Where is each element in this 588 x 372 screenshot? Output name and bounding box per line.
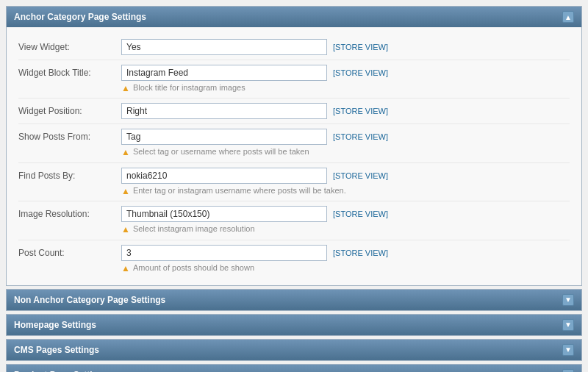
- anchor-category-content: View Widget: [STORE VIEW] Widget Block T…: [7, 27, 581, 285]
- view-widget-store-view[interactable]: [STORE VIEW]: [333, 43, 388, 51]
- find-posts-by-field-row: [STORE VIEW]: [121, 168, 570, 184]
- widget-position-row: Widget Position: [STORE VIEW]: [18, 99, 570, 124]
- post-count-store-view[interactable]: [STORE VIEW]: [333, 248, 388, 257]
- show-posts-from-row: Show Posts From: [STORE VIEW] ▲ Select t…: [18, 124, 570, 162]
- widget-block-title-label: Widget Block Title:: [18, 65, 121, 78]
- post-count-label: Post Count:: [18, 245, 121, 258]
- anchor-category-title: Anchor Category Page Settings: [14, 12, 146, 22]
- view-widget-label: View Widget:: [18, 39, 121, 52]
- collapsed-title-2: CMS Pages Settings: [14, 345, 99, 355]
- show-posts-from-input[interactable]: [121, 129, 327, 145]
- hint-icon-5: ▲: [121, 263, 130, 273]
- collapsed-title-1: Homepage Settings: [14, 320, 96, 330]
- find-posts-by-field-wrap: [STORE VIEW] ▲ Enter tag or instagram us…: [121, 168, 570, 196]
- collapsed-toggle-2[interactable]: ▼: [562, 344, 574, 356]
- hint-icon-3: ▲: [121, 186, 130, 196]
- widget-block-title-row: Widget Block Title: [STORE VIEW] ▲ Block…: [18, 60, 570, 99]
- show-posts-from-hint: ▲ Select tag or username where posts wil…: [121, 147, 570, 157]
- find-posts-by-hint: ▲ Enter tag or instagram username where …: [121, 186, 570, 196]
- collapsed-toggle-0[interactable]: ▼: [562, 294, 574, 306]
- widget-block-title-hint: ▲ Block title for instagram images: [121, 83, 570, 93]
- show-posts-from-label: Show Posts From:: [18, 129, 121, 142]
- widget-position-input[interactable]: [121, 103, 327, 119]
- image-resolution-label: Image Resolution:: [18, 206, 121, 219]
- collapsed-section-0: Non Anchor Category Page Settings▼: [6, 289, 582, 311]
- image-resolution-field-wrap: [STORE VIEW] ▲ Select instagram image re…: [121, 206, 570, 235]
- widget-position-field-wrap: [STORE VIEW]: [121, 103, 570, 119]
- collapsed-header-0[interactable]: Non Anchor Category Page Settings▼: [7, 290, 581, 310]
- post-count-hint: ▲ Amount of posts should be shown: [121, 263, 570, 273]
- collapsed-toggle-1[interactable]: ▼: [562, 319, 574, 331]
- post-count-row: Post Count: [STORE VIEW] ▲ Amount of pos…: [18, 240, 570, 278]
- widget-block-title-field-wrap: [STORE VIEW] ▲ Block title for instagram…: [121, 65, 570, 93]
- collapsed-title-0: Non Anchor Category Page Settings: [14, 295, 165, 305]
- widget-position-field-row: [STORE VIEW]: [121, 103, 570, 119]
- anchor-category-toggle[interactable]: ▲: [562, 11, 574, 23]
- find-posts-by-input[interactable]: [121, 168, 327, 184]
- collapsed-header-2[interactable]: CMS Pages Settings▼: [7, 340, 581, 360]
- hint-icon-4: ▲: [121, 224, 130, 235]
- widget-position-label: Widget Position:: [18, 103, 121, 116]
- find-posts-by-label: Find Posts By:: [18, 168, 121, 181]
- widget-block-title-field-row: [STORE VIEW]: [121, 65, 570, 81]
- image-resolution-input[interactable]: [121, 206, 327, 222]
- anchor-category-section: Anchor Category Page Settings ▲ View Wid…: [6, 6, 582, 286]
- find-posts-by-row: Find Posts By: [STORE VIEW] ▲ Enter tag …: [18, 163, 570, 201]
- widget-position-store-view[interactable]: [STORE VIEW]: [333, 107, 388, 115]
- page-wrapper: Anchor Category Page Settings ▲ View Wid…: [0, 0, 588, 372]
- view-widget-input[interactable]: [121, 39, 327, 55]
- collapsed-sections: Non Anchor Category Page Settings▼Homepa…: [6, 289, 582, 372]
- image-resolution-store-view[interactable]: [STORE VIEW]: [333, 210, 388, 218]
- collapsed-section-2: CMS Pages Settings▼: [6, 339, 582, 361]
- post-count-input[interactable]: [121, 245, 327, 261]
- view-widget-field-row: [STORE VIEW]: [121, 39, 570, 55]
- image-resolution-row: Image Resolution: [STORE VIEW] ▲ Select …: [18, 201, 570, 240]
- widget-block-title-store-view[interactable]: [STORE VIEW]: [333, 68, 388, 77]
- show-posts-from-field-row: [STORE VIEW]: [121, 129, 570, 145]
- widget-block-title-input[interactable]: [121, 65, 327, 81]
- collapsed-header-3[interactable]: Product Page Settings▼: [7, 365, 581, 372]
- image-resolution-field-row: [STORE VIEW]: [121, 206, 570, 222]
- anchor-category-header[interactable]: Anchor Category Page Settings ▲: [7, 7, 581, 27]
- collapsed-section-3: Product Page Settings▼: [6, 364, 582, 372]
- hint-icon-2: ▲: [121, 147, 130, 157]
- collapsed-section-1: Homepage Settings▼: [6, 314, 582, 336]
- collapsed-toggle-3[interactable]: ▼: [562, 369, 574, 372]
- post-count-field-wrap: [STORE VIEW] ▲ Amount of posts should be…: [121, 245, 570, 273]
- show-posts-from-field-wrap: [STORE VIEW] ▲ Select tag or username wh…: [121, 129, 570, 157]
- hint-icon-1: ▲: [121, 83, 130, 93]
- find-posts-by-store-view[interactable]: [STORE VIEW]: [333, 171, 388, 180]
- image-resolution-hint: ▲ Select instagram image resolution: [121, 224, 570, 235]
- show-posts-from-store-view[interactable]: [STORE VIEW]: [333, 132, 388, 141]
- view-widget-row: View Widget: [STORE VIEW]: [18, 35, 570, 60]
- view-widget-field-wrap: [STORE VIEW]: [121, 39, 570, 55]
- collapsed-header-1[interactable]: Homepage Settings▼: [7, 315, 581, 335]
- post-count-field-row: [STORE VIEW]: [121, 245, 570, 261]
